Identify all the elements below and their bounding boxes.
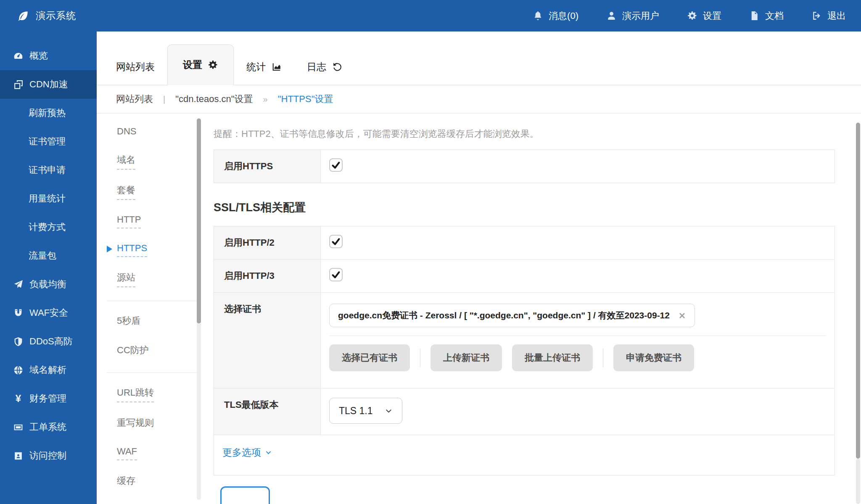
table-row: TLS最低版本 TLS 1.1 <box>214 388 835 435</box>
table-row: 更多选项 <box>214 435 835 475</box>
sidebar-item[interactable]: 域名解析 <box>0 356 97 384</box>
copy-icon <box>13 79 24 90</box>
select-cert-label: 选择证书 <box>214 293 321 388</box>
topbar-item[interactable]: 设置 <box>687 10 721 22</box>
breadcrumb-item[interactable]: 网站列表 <box>116 93 153 105</box>
breadcrumb-separator: » <box>263 94 268 104</box>
submenu-divider <box>107 373 197 373</box>
sidebar-item[interactable]: 计费方式 <box>0 213 97 242</box>
sidebar-item[interactable]: DDoS高防 <box>0 327 97 356</box>
sidebar-item[interactable]: 用量统计 <box>0 184 97 213</box>
save-button[interactable] <box>220 486 270 504</box>
leaf-icon <box>17 10 29 22</box>
submenu-item[interactable]: CC防护 <box>117 344 149 359</box>
sidebar-item[interactable]: 负载均衡 <box>0 270 97 299</box>
tab-site-list[interactable]: 网站列表 <box>116 49 167 85</box>
breadcrumb-item[interactable]: "cdn.teaos.cn"设置 <box>175 93 253 105</box>
more-options-link[interactable]: 更多选项 <box>222 446 272 459</box>
sidebar-item[interactable]: 工单系统 <box>0 413 97 441</box>
sidebar-item-label: 刷新预热 <box>29 107 66 119</box>
button-divider <box>420 349 420 367</box>
topbar-item[interactable]: 退出 <box>811 10 846 22</box>
enable-http3-checkbox[interactable] <box>329 268 343 281</box>
submenu-item[interactable]: DNS <box>117 126 136 139</box>
https-settings-form: 提醒：HTTP2、证书等信息修改后，可能需要清空浏览器缓存后才能浏览效果。 启用… <box>203 113 861 504</box>
submenu-item[interactable]: HTTPS <box>117 243 147 257</box>
submenu-item[interactable]: URL跳转 <box>117 386 154 402</box>
tab-settings[interactable]: 设置 <box>167 45 234 85</box>
sidebar-item[interactable]: ¥ 财务管理 <box>0 384 97 413</box>
window-scrollbar-track[interactable] <box>856 459 860 504</box>
tab-stats[interactable]: 统计 <box>234 49 294 85</box>
magnet-icon <box>13 308 24 318</box>
sidebar-item-label: 域名解析 <box>29 364 66 376</box>
sidebar-item[interactable]: 流量包 <box>0 242 97 270</box>
submenu-item-label: DNS <box>117 126 136 136</box>
sidebar-item[interactable]: CDN加速 <box>0 70 97 99</box>
certificate-button[interactable]: 批量上传证书 <box>512 344 593 371</box>
brand-title: 演示系统 <box>36 9 76 22</box>
sidebar-item-label: 访问控制 <box>29 449 66 462</box>
enable-http2-checkbox[interactable] <box>329 235 343 248</box>
submenu-item-label: WAF <box>117 446 137 457</box>
submenu-item[interactable]: 源站 <box>117 271 135 287</box>
content-scrollbar-thumb[interactable] <box>197 118 201 323</box>
topbar-item[interactable]: 文档 <box>749 10 784 22</box>
app-window: 演示系统 消息(0) 演示用户 设置 <box>0 0 861 504</box>
topbar: 演示系统 消息(0) 演示用户 设置 <box>0 0 861 32</box>
brand[interactable]: 演示系统 <box>17 9 76 22</box>
sidebar-item[interactable]: 访问控制 <box>0 441 97 470</box>
tab-logs[interactable]: 日志 <box>294 49 355 85</box>
sidebar-item-label: 概览 <box>29 50 48 62</box>
submenu-item[interactable]: 5秒盾 <box>117 315 140 330</box>
topbar-item[interactable]: 演示用户 <box>606 10 659 22</box>
gear-icon <box>687 10 697 21</box>
history-icon <box>332 62 342 72</box>
content-scrollbar[interactable] <box>197 118 201 500</box>
enable-http2-label: 启用HTTP/2 <box>214 226 321 260</box>
certificate-button[interactable]: 上传新证书 <box>430 344 502 371</box>
sidebar-item[interactable]: WAF安全 <box>0 299 97 327</box>
sidebar-item[interactable]: 刷新预热 <box>0 99 97 127</box>
certificate-buttons: 选择已有证书 上传新证书 批量上传证书 <box>329 344 826 371</box>
submenu-item-label: HTTP <box>117 214 141 225</box>
submenu-item[interactable]: 重写规则 <box>117 417 154 432</box>
certificate-button[interactable]: 申请免费证书 <box>613 344 694 371</box>
tab-strip: 网站列表 设置 统计 日志 <box>97 32 861 85</box>
shield-icon <box>13 336 24 347</box>
submenu-item[interactable]: HTTP <box>117 214 141 228</box>
more-options-label: 更多选项 <box>222 446 261 459</box>
breadcrumb-item[interactable]: "HTTPS"设置 <box>278 93 333 105</box>
submenu-divider <box>107 301 197 301</box>
active-arrow-icon <box>107 246 112 252</box>
submenu-item[interactable]: 套餐 <box>117 184 135 200</box>
certificate-button[interactable]: 选择已有证书 <box>329 344 410 371</box>
chart-icon <box>271 62 282 72</box>
submenu-item[interactable]: WAF <box>117 446 137 460</box>
table-row: 启用HTTP/3 <box>214 260 835 293</box>
topbar-item-label: 演示用户 <box>622 10 659 22</box>
submenu-item[interactable]: 缓存 <box>117 475 135 490</box>
tls-min-version-label: TLS最低版本 <box>214 388 321 435</box>
sidebar-item-label: 负载均衡 <box>29 278 66 291</box>
enable-https-checkbox[interactable] <box>329 158 343 172</box>
ticket-icon <box>13 422 24 433</box>
close-icon[interactable] <box>678 312 686 320</box>
globe-icon <box>13 365 24 375</box>
gear-icon <box>208 60 218 70</box>
gauge-icon <box>13 51 24 61</box>
submenu-item-label: 套餐 <box>117 185 135 195</box>
window-scrollbar-thumb[interactable] <box>856 123 860 459</box>
breadcrumb-separator: | <box>163 94 165 104</box>
plane-icon <box>13 279 24 290</box>
table-row: 选择证书 goedge.cn免费证书 - Zerossl / [ "*.goed… <box>214 293 835 388</box>
tls-version-select[interactable]: TLS 1.1 <box>329 398 402 424</box>
sidebar-item[interactable]: 证书管理 <box>0 127 97 156</box>
user-icon <box>606 10 617 21</box>
submenu-item[interactable]: 域名 <box>117 154 135 170</box>
sidebar-item[interactable]: 概览 <box>0 42 97 70</box>
sidebar-item[interactable]: 证书申请 <box>0 156 97 184</box>
topbar-item[interactable]: 消息(0) <box>533 10 578 22</box>
submenu-item-label: 缓存 <box>117 475 135 486</box>
submenu-item-label: 域名 <box>117 155 135 165</box>
